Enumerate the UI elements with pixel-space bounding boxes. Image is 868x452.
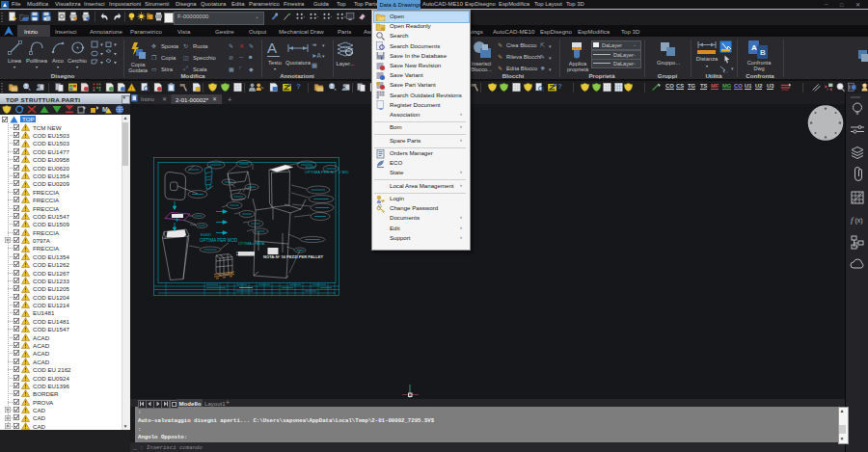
svg-text:OPTIMA PER N: OPTIMA PER N [305, 170, 334, 174]
svg-text:2 BID: 2 BID [339, 170, 348, 174]
svg-text:NOTA:N° 16 PEZZI PER PALLET: NOTA:N° 16 PEZZI PER PALLET [263, 254, 323, 259]
svg-text:EU0947: EU0947 [306, 166, 316, 170]
svg-text:B: B [760, 48, 766, 57]
svg-text:OTTIMA x PAVIA: OTTIMA x PAVIA [238, 242, 265, 246]
svg-text:OPTIMA PER MOD: OPTIMA PER MOD [200, 238, 238, 243]
svg-text:!: ! [130, 86, 131, 92]
svg-text:f: f [851, 215, 854, 225]
svg-text:,: , [726, 67, 728, 73]
svg-text:EU0947: EU0947 [201, 233, 211, 237]
svg-text:(x): (x) [855, 217, 863, 225]
svg-text:A: A [751, 43, 757, 52]
